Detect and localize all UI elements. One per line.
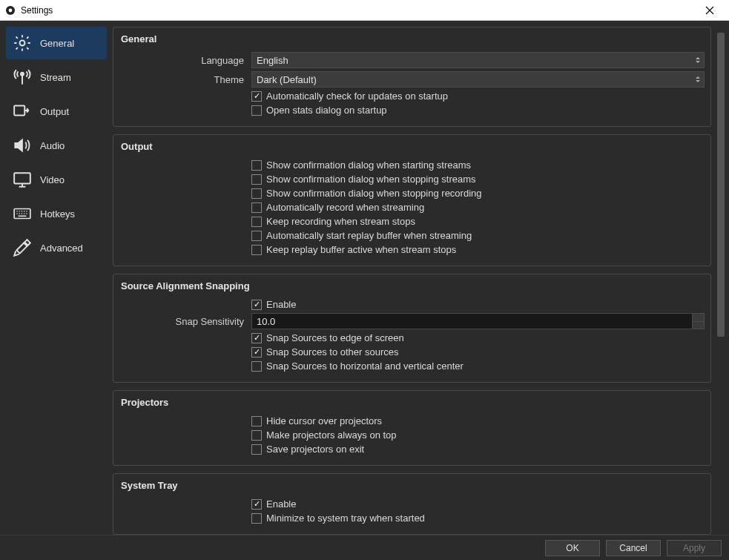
confirm-stop-recording-label[interactable]: Show confirmation dialog when stopping r… xyxy=(266,188,482,199)
snap-other-checkbox[interactable] xyxy=(251,347,262,358)
keyboard-icon xyxy=(12,203,33,224)
language-combobox[interactable]: English xyxy=(251,52,705,68)
speaker-icon xyxy=(12,135,33,156)
snap-sensitivity-label: Snap Sensitivity xyxy=(119,316,251,327)
group-general: General Language English Theme xyxy=(113,27,711,127)
auto-record-checkbox[interactable] xyxy=(251,202,262,213)
hide-cursor-checkbox[interactable] xyxy=(251,416,262,426)
group-snapping: Source Alignment Snapping Enable Snap Se… xyxy=(113,274,711,383)
group-system-tray: System Tray Enable Minimize to system tr… xyxy=(113,473,711,535)
group-title: General xyxy=(113,27,710,46)
sidebar-item-label: Video xyxy=(40,174,65,185)
keep-recording-checkbox[interactable] xyxy=(251,217,262,227)
auto-update-checkbox[interactable] xyxy=(251,91,262,102)
keep-replay-label[interactable]: Keep replay buffer active when stream st… xyxy=(266,244,456,255)
open-stats-label[interactable]: Open stats dialog on startup xyxy=(266,105,387,116)
always-top-checkbox[interactable] xyxy=(251,430,262,441)
cancel-button[interactable]: Cancel xyxy=(606,540,661,556)
confirm-stop-recording-checkbox[interactable] xyxy=(251,188,262,199)
sidebar-item-label: Hotkeys xyxy=(40,208,75,220)
keep-replay-checkbox[interactable] xyxy=(251,245,262,255)
confirm-stop-stream-label[interactable]: Show confirmation dialog when stopping s… xyxy=(266,174,476,185)
sidebar: General Stream Output Audio Video xyxy=(0,21,111,535)
settings-content: General Language English Theme xyxy=(113,27,713,535)
keep-recording-label[interactable]: Keep recording when stream stops xyxy=(266,216,415,227)
spin-down-button[interactable] xyxy=(692,321,704,329)
group-title: Projectors xyxy=(113,391,710,409)
theme-combobox[interactable]: Dark (Default) xyxy=(251,71,705,88)
group-output: Output Show confirmation dialog when sta… xyxy=(113,134,711,266)
save-exit-label[interactable]: Save projectors on exit xyxy=(266,444,364,455)
group-title: Source Alignment Snapping xyxy=(113,274,710,293)
sidebar-item-label: Audio xyxy=(40,140,65,151)
ok-button[interactable]: OK xyxy=(545,540,600,556)
apply-button: Apply xyxy=(667,540,722,556)
theme-label: Theme xyxy=(119,74,251,85)
window-title: Settings xyxy=(21,5,53,16)
updown-icon xyxy=(692,53,704,67)
sidebar-item-general[interactable]: General xyxy=(6,27,107,59)
confirm-stop-stream-checkbox[interactable] xyxy=(251,174,262,185)
app-icon xyxy=(4,4,16,16)
snap-center-label[interactable]: Snap Sources to horizontal and vertical … xyxy=(266,360,464,372)
sidebar-item-stream[interactable]: Stream xyxy=(6,61,107,93)
sidebar-item-audio[interactable]: Audio xyxy=(6,129,107,162)
sidebar-item-label: Output xyxy=(40,106,69,117)
tray-enable-label[interactable]: Enable xyxy=(266,498,296,510)
output-icon xyxy=(12,101,33,122)
confirm-start-stream-checkbox[interactable] xyxy=(251,160,262,171)
scrollbar-thumb[interactable] xyxy=(717,33,725,337)
sidebar-item-hotkeys[interactable]: Hotkeys xyxy=(6,197,107,230)
snap-sensitivity-input[interactable]: 10.0 xyxy=(251,313,705,329)
language-label: Language xyxy=(119,55,251,66)
updown-icon xyxy=(692,72,704,87)
snap-edge-label[interactable]: Snap Sources to edge of screen xyxy=(266,332,404,343)
svg-point-3 xyxy=(21,73,24,76)
scrollbar[interactable] xyxy=(716,27,726,535)
close-icon xyxy=(705,6,714,15)
sidebar-item-video[interactable]: Video xyxy=(6,163,107,196)
snap-sensitivity-value: 10.0 xyxy=(257,316,275,327)
confirm-start-stream-label[interactable]: Show confirmation dialog when starting s… xyxy=(266,159,471,171)
save-exit-checkbox[interactable] xyxy=(251,444,262,455)
language-value: English xyxy=(257,55,288,66)
monitor-icon xyxy=(12,169,33,190)
tray-enable-checkbox[interactable] xyxy=(251,499,262,510)
svg-rect-5 xyxy=(14,173,30,183)
title-bar: Settings xyxy=(0,0,729,21)
snap-enable-checkbox[interactable] xyxy=(251,300,262,310)
group-title: Output xyxy=(113,135,710,154)
always-top-label[interactable]: Make projectors always on top xyxy=(266,429,397,441)
group-title: System Tray xyxy=(113,474,710,493)
sidebar-item-output[interactable]: Output xyxy=(6,95,107,128)
svg-point-1 xyxy=(9,8,13,12)
tools-icon xyxy=(12,237,33,258)
hide-cursor-label[interactable]: Hide cursor over projectors xyxy=(266,415,382,426)
dialog-footer: OK Cancel Apply xyxy=(0,535,729,560)
close-button[interactable] xyxy=(695,0,725,21)
group-projectors: Projectors Hide cursor over projectors M… xyxy=(113,390,711,466)
tray-minimize-label[interactable]: Minimize to system tray when started xyxy=(266,513,425,524)
auto-update-label[interactable]: Automatically check for updates on start… xyxy=(266,90,448,102)
svg-rect-4 xyxy=(14,105,24,115)
spin-up-button[interactable] xyxy=(692,314,704,321)
auto-replay-checkbox[interactable] xyxy=(251,231,262,241)
snap-center-checkbox[interactable] xyxy=(251,361,262,372)
auto-replay-label[interactable]: Automatically start replay buffer when s… xyxy=(266,230,472,241)
theme-value: Dark (Default) xyxy=(257,74,317,85)
sidebar-item-advanced[interactable]: Advanced xyxy=(6,231,107,264)
tray-minimize-checkbox[interactable] xyxy=(251,513,262,524)
auto-record-label[interactable]: Automatically record when streaming xyxy=(266,202,424,213)
antenna-icon xyxy=(12,67,33,88)
snap-edge-checkbox[interactable] xyxy=(251,333,262,343)
sidebar-item-label: Advanced xyxy=(40,243,83,254)
sidebar-item-label: Stream xyxy=(40,72,71,83)
open-stats-checkbox[interactable] xyxy=(251,105,262,116)
svg-point-2 xyxy=(20,41,25,46)
snap-other-label[interactable]: Snap Sources to other sources xyxy=(266,346,399,358)
snap-enable-label[interactable]: Enable xyxy=(266,299,296,310)
gear-icon xyxy=(12,33,33,53)
sidebar-item-label: General xyxy=(40,38,74,49)
